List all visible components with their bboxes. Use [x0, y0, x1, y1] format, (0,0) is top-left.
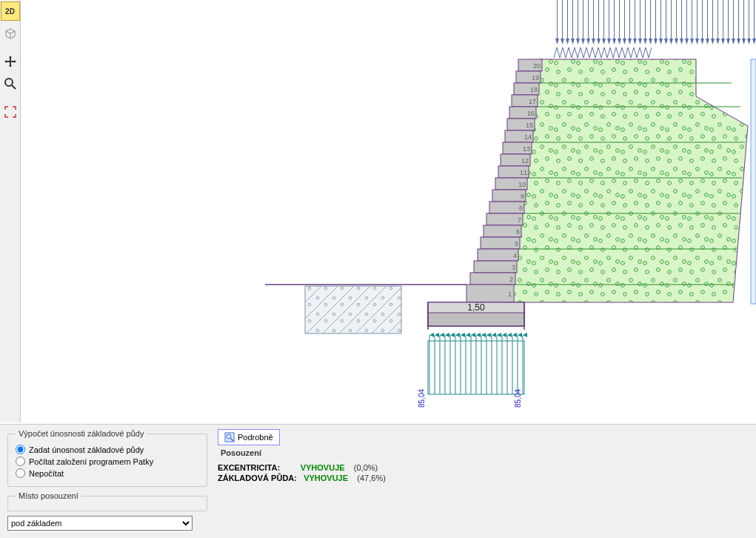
fit-icon — [4, 106, 16, 118]
radio-compute-patky-input[interactable] — [16, 456, 25, 466]
drawing-canvas[interactable]: 20 19 18 17 16 15 14 13 12 11 10 9 8 7 6… — [21, 0, 756, 422]
foundation-width-label: 1,50 — [467, 302, 485, 313]
assessment-row-eccentricity: EXCENTRICITA: VYHOVUJE (0,0%) — [218, 463, 386, 472]
radio-enter-capacity[interactable]: Zadat únosnost základové půdy — [16, 445, 199, 454]
svg-point-0 — [5, 79, 13, 86]
assess-status-soil: VYHOVUJE — [304, 474, 348, 482]
detail-button[interactable]: Podrobně — [218, 429, 280, 445]
view-2d-label: 2D — [5, 7, 15, 16]
svg-rect-91 — [751, 59, 756, 304]
svg-text:14: 14 — [524, 133, 532, 141]
svg-rect-42 — [466, 285, 514, 302]
svg-text:13: 13 — [523, 145, 530, 153]
fit-button[interactable] — [1, 102, 20, 122]
svg-text:17: 17 — [529, 98, 536, 105]
radio-enter-capacity-input[interactable] — [16, 445, 25, 454]
svg-text:1: 1 — [508, 290, 512, 298]
radio-none-label: Nepočítat — [29, 469, 64, 478]
view-3d-button[interactable] — [1, 24, 20, 43]
svg-rect-41 — [470, 273, 515, 285]
assess-pct-soil: (47,6%) — [357, 474, 386, 482]
cube-icon — [4, 27, 17, 40]
svg-line-1 — [12, 85, 16, 89]
pan-button[interactable] — [1, 52, 20, 71]
svg-rect-70 — [305, 286, 401, 333]
pan-icon — [4, 55, 17, 68]
svg-rect-40 — [474, 261, 517, 273]
assess-pct-eccentricity: (0,0%) — [354, 463, 378, 472]
calc-method-title: Výpočet únosnosti základové půdy — [16, 429, 147, 438]
calc-method-group: Výpočet únosnosti základové půdy Zadat ú… — [7, 429, 207, 487]
svg-text:20: 20 — [533, 62, 541, 70]
svg-text:4: 4 — [513, 252, 517, 259]
radio-none-input[interactable] — [16, 468, 25, 478]
radio-compute-patky[interactable]: Počítat založení programem Patky — [16, 456, 199, 466]
assessment-place-title: Místo posouzení — [16, 491, 81, 500]
radio-none[interactable]: Nepočítat — [16, 468, 199, 478]
svg-text:5: 5 — [515, 240, 518, 248]
svg-text:12: 12 — [521, 157, 529, 165]
assessment-block: Posouzení EXCENTRICITA: VYHOVUJE (0,0%) … — [218, 445, 386, 482]
assess-label-eccentricity: EXCENTRICITA: — [218, 463, 280, 472]
assess-label-soil: ZÁKLADOVÁ PŮDA: — [218, 474, 297, 482]
svg-text:8: 8 — [519, 205, 523, 212]
assessment-place-select[interactable]: pod základem — [7, 516, 193, 531]
detail-icon — [224, 432, 235, 442]
assessment-place-group: Místo posouzení — [7, 491, 207, 511]
radio-enter-capacity-label: Zadat únosnost základové půdy — [29, 445, 144, 454]
svg-text:19: 19 — [532, 74, 539, 82]
svg-text:6: 6 — [516, 228, 520, 236]
svg-text:3: 3 — [512, 264, 515, 271]
zoom-button[interactable] — [1, 74, 20, 93]
svg-rect-15 — [554, 0, 756, 44]
magnifier-icon — [4, 77, 17, 90]
svg-text:7: 7 — [518, 216, 521, 224]
svg-text:18: 18 — [530, 86, 538, 93]
svg-text:2: 2 — [509, 276, 513, 283]
assessment-title: Posouzení — [218, 445, 261, 459]
radio-compute-patky-label: Počítat založení programem Patky — [29, 457, 153, 466]
view-toolbar: 2D — [0, 0, 21, 422]
bottom-panel: Výpočet únosnosti základové půdy Zadat ú… — [0, 424, 756, 538]
view-2d-button[interactable]: 2D — [1, 1, 20, 21]
svg-text:15: 15 — [526, 122, 533, 129]
svg-text:9: 9 — [521, 193, 524, 200]
detail-button-label: Podrobně — [238, 433, 273, 442]
assess-status-eccentricity: VYHOVUJE — [301, 463, 345, 472]
assessment-row-soil: ZÁKLADOVÁ PŮDA: VYHOVUJE (47,6%) — [218, 474, 386, 482]
stress-left-value: 85,04 — [418, 389, 426, 408]
stress-right-value: 85,04 — [514, 389, 522, 408]
svg-text:16: 16 — [527, 110, 535, 117]
svg-text:11: 11 — [520, 169, 527, 176]
structure-drawing: 20 19 18 17 16 15 14 13 12 11 10 9 8 7 6… — [21, 0, 756, 422]
svg-rect-39 — [478, 249, 518, 261]
svg-text:10: 10 — [518, 181, 526, 188]
